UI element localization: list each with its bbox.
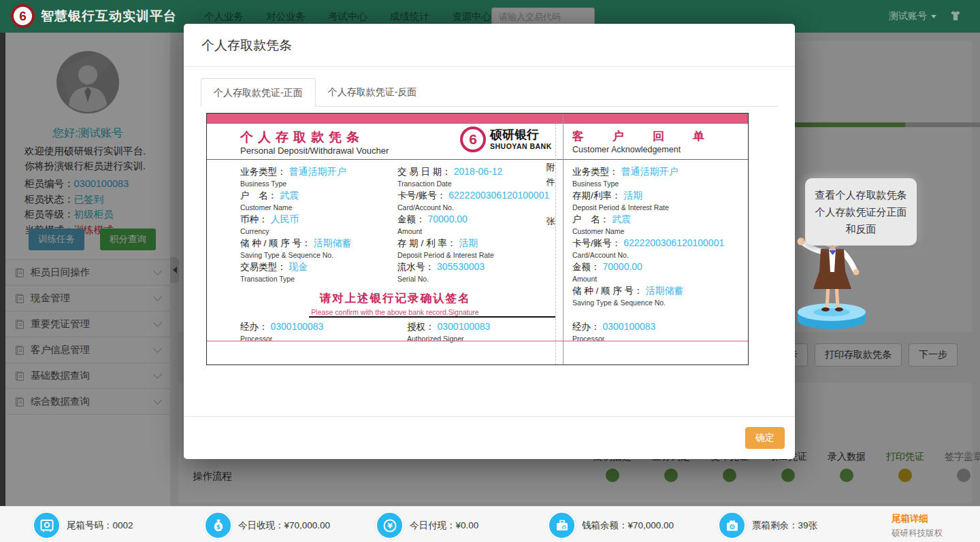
voucher-subtitle-en: Personal Deposit/Withdrawal Voucher <box>240 146 389 156</box>
voucher-field: 储 种 / 顺 序 号：活期储蓄 Saving Type & Sequence … <box>572 285 744 309</box>
field-label: 储 种 / 顺 序 号： <box>240 238 311 248</box>
field-value: 人民币 <box>271 214 299 224</box>
bank-name-en: SHUOYAN BANK <box>490 142 552 150</box>
voucher-field: 业务类型：普通活期开户 Business Type <box>572 166 744 190</box>
field-value: 2018-06-12 <box>454 166 503 177</box>
nav-item[interactable]: 个人业务 <box>204 10 244 23</box>
modal-title: 个人存取款凭条 <box>201 37 292 54</box>
voucher-title: 个人存取款凭条 <box>240 129 364 146</box>
assistant-tooltip-line: 个人存款凭证分正面 <box>811 203 911 220</box>
field-label-en: Transaction Type <box>240 275 397 283</box>
nav-item[interactable]: 成绩统计 <box>390 10 429 23</box>
voucher-field: 户 名：武震 Customer Name <box>572 214 744 237</box>
field-label: 流水号： <box>397 262 434 272</box>
voucher-section-divider <box>563 114 564 365</box>
field-label: 经办： <box>572 322 600 332</box>
field-label-en: Amount <box>397 227 550 235</box>
voucher-modal: 个人存取款凭条 个人存取款凭证-正面个人存取款凭证-反面 个人存取款凭条 Per… <box>184 24 795 459</box>
field-value: 活期储蓄 <box>314 237 352 248</box>
bank-name: 硕研银行 <box>490 129 552 142</box>
field-label: 卡号/账号： <box>572 238 621 248</box>
field-label: 户 名： <box>572 214 609 224</box>
account-name: 测试账号 <box>889 10 927 22</box>
stat-value: ¥70,000.00 <box>284 520 331 530</box>
safe-icon <box>33 511 61 539</box>
field-label: 金额： <box>572 262 600 272</box>
field-label-en: Currency <box>240 227 397 235</box>
stat-value: ¥0.00 <box>456 520 479 530</box>
field-value: 0300100083 <box>271 321 324 332</box>
signature-line <box>309 316 555 318</box>
nav-item[interactable]: 资源中心 <box>452 10 491 23</box>
field-label-en: Customer Name <box>572 227 744 235</box>
assistant-tooltip-line: 查看个人存取款凭条 <box>811 186 911 203</box>
field-label: 交易类型： <box>240 262 287 272</box>
uniform-icon[interactable] <box>949 9 962 25</box>
brand[interactable]: 6 智慧银行互动实训平台 <box>11 4 177 28</box>
voucher-tab[interactable]: 个人存取款凭证-正面 <box>201 78 316 107</box>
field-label-en: Processor <box>572 335 655 343</box>
field-label-en: Customer Name <box>240 203 397 211</box>
customer-copy-fields: 业务类型：普通活期开户 Business Type 存期/利率：活期 Depos… <box>572 166 744 309</box>
field-label: 业务类型： <box>240 167 287 177</box>
attachment-char: 附 <box>544 161 557 173</box>
voucher-top-bar <box>207 114 748 124</box>
modal-header-divider <box>184 66 795 67</box>
shuoyan-bank-logo-icon: 6 <box>460 126 486 152</box>
voucher-tab[interactable]: 个人存取款凭证-反面 <box>316 78 429 106</box>
account-menu[interactable]: 测试账号 <box>889 10 936 22</box>
confirm-button[interactable]: 确定 <box>745 427 785 449</box>
field-label: 授权： <box>407 322 435 332</box>
field-value: 活期 <box>459 237 478 248</box>
field-value: 70000.00 <box>428 214 468 224</box>
voucher-field: 金额：70000.00 Amount <box>397 214 550 237</box>
stat-label: 钱箱余额： <box>582 520 628 530</box>
field-label: 户 名： <box>240 190 277 201</box>
voucher-field: 存期/利率：活期 Deposit Period & Interest Rate <box>572 190 744 214</box>
nav-item[interactable]: 考试中心 <box>328 10 368 23</box>
cashbox-balance-stat: ¥ 钱箱余额：¥70,000.00 <box>548 511 674 539</box>
field-value: 0300100083 <box>603 321 656 332</box>
stat-label: 尾箱号码： <box>67 520 113 530</box>
voucher-dashed-rule <box>555 124 556 365</box>
field-label-en: Card/Account No. <box>572 251 744 259</box>
customer-copy-title: 客户回单 <box>572 129 733 144</box>
field-label-en: Business Type <box>572 180 744 188</box>
field-label-en: Amount <box>572 275 744 283</box>
modal-footer-divider <box>184 416 795 417</box>
stat-value: 39张 <box>798 520 818 530</box>
statusbar: 尾箱号码：0002 $ 今日收现：¥70,000.00 ¥ 今日付现：¥0.00… <box>0 506 980 542</box>
svg-text:$: $ <box>216 523 220 530</box>
voucher-field: 户 名：武震 Customer Name <box>240 190 397 214</box>
voucher-header-rule <box>207 159 748 160</box>
voucher-field: 存 期 / 利 率：活期 Deposit Period & Interest R… <box>397 237 550 261</box>
field-label-en: Authorized Signer <box>407 335 540 343</box>
voucher-field: 流水号：305530003 Serial No. <box>397 261 550 285</box>
voucher-field: 储 种 / 顺 序 号：活期储蓄 Saving Type & Sequence … <box>240 237 397 261</box>
field-label: 金额： <box>397 214 425 224</box>
voucher-fields: 业务类型：普通活期开户 Business Type 交 易 日 期：2018-0… <box>240 166 550 285</box>
field-value: 现金 <box>289 261 308 272</box>
field-value: 活期储蓄 <box>646 285 684 296</box>
field-label: 卡号/账号： <box>397 190 446 201</box>
stat-value: 0002 <box>113 520 133 530</box>
field-label-en: Deposit Period & Interest Rate <box>397 251 550 259</box>
attachment-char: 件 <box>544 176 557 188</box>
field-value: 普通活期开户 <box>289 166 346 177</box>
voucher-field: 卡号/账号：6222200306120100001 Card/Account N… <box>572 237 744 261</box>
transaction-code-search-input[interactable] <box>491 7 595 25</box>
field-value: 普通活期开户 <box>621 166 679 177</box>
field-label-en: Deposit Period & Interest Rate <box>572 203 744 211</box>
ticketbox-remaining-stat: 票箱剩余：39张 <box>718 511 817 539</box>
attachment-char: 张 <box>544 216 557 228</box>
voucher: 个人存取款凭条 Personal Deposit/Withdrawal Vouc… <box>206 113 749 365</box>
field-value: 70000.00 <box>603 261 642 272</box>
field-value: 6222200306120100001 <box>623 237 724 248</box>
nav-item[interactable]: 对公业务 <box>266 10 306 23</box>
tailbox-detail-link[interactable]: 尾箱详细 <box>892 513 928 525</box>
stat-label: 今日收现： <box>238 520 284 530</box>
field-value: 武震 <box>612 214 631 224</box>
voucher-field: 卡号/账号：6222200306120100001 Card/Account N… <box>397 190 550 214</box>
voucher-bank-brand: 6 硕研银行 SHUOYAN BANK <box>460 126 552 152</box>
yen-icon: ¥ <box>376 511 404 539</box>
